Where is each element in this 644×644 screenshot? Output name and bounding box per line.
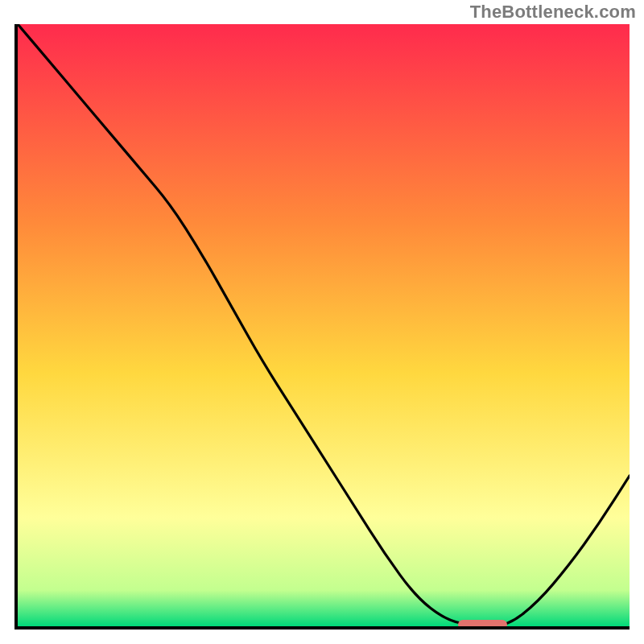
x-axis bbox=[14, 626, 630, 630]
bottleneck-curve bbox=[18, 24, 630, 626]
y-axis bbox=[14, 24, 18, 630]
attribution-text: TheBottleneck.com bbox=[470, 2, 636, 23]
bottleneck-chart bbox=[14, 24, 630, 630]
